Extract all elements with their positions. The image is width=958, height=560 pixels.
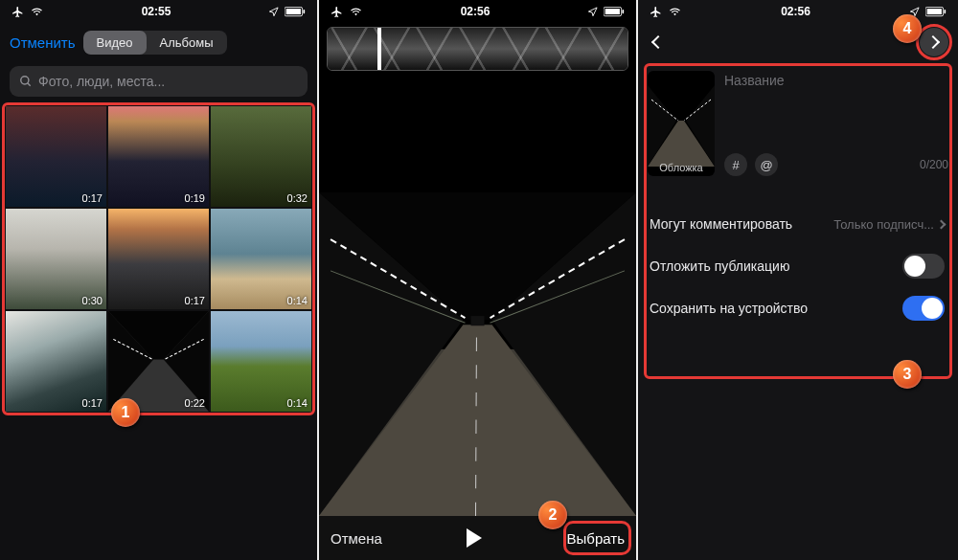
location-icon bbox=[909, 7, 920, 17]
battery-icon bbox=[925, 7, 947, 17]
svg-rect-19 bbox=[470, 316, 484, 325]
airplane-icon bbox=[650, 6, 662, 18]
row-save-to-device: Сохранить на устройство bbox=[646, 287, 950, 329]
video-thumb[interactable]: 0:32 bbox=[211, 106, 311, 207]
duration-label: 0:32 bbox=[287, 192, 308, 204]
screen-video-picker: 02:55 Отменить Видео Альбомы Фото, люди,… bbox=[0, 0, 319, 560]
tunnel-mini bbox=[648, 80, 715, 167]
svg-rect-26 bbox=[927, 9, 942, 14]
video-thumb[interactable]: 0:22 bbox=[108, 311, 209, 412]
row-label: Отложить публикацию bbox=[650, 258, 789, 274]
duration-label: 0:19 bbox=[185, 192, 205, 204]
chevron-right-icon bbox=[937, 219, 947, 229]
video-thumb[interactable]: 0:17 bbox=[6, 106, 106, 207]
tab-albums[interactable]: Альбомы bbox=[147, 31, 227, 55]
video-grid: 0:17 0:19 0:32 0:30 0:17 0:14 0:17 0:22 … bbox=[6, 106, 311, 412]
video-preview[interactable] bbox=[319, 75, 636, 516]
svg-rect-1 bbox=[286, 9, 301, 14]
screen-video-editor: 02:56 bbox=[319, 0, 638, 560]
select-button[interactable]: Выбрать bbox=[567, 530, 625, 547]
video-thumb[interactable]: 0:14 bbox=[211, 209, 311, 309]
status-bar: 02:56 bbox=[319, 0, 636, 23]
row-label: Могут комментировать bbox=[650, 216, 792, 232]
duration-label: 0:22 bbox=[185, 397, 205, 409]
tunnel-preview bbox=[319, 75, 636, 516]
status-time: 02:55 bbox=[142, 5, 171, 18]
hashtag-button[interactable]: # bbox=[724, 153, 747, 176]
next-button[interactable] bbox=[920, 28, 948, 56]
airplane-icon bbox=[11, 6, 24, 18]
video-timeline[interactable] bbox=[327, 27, 628, 71]
status-time: 02:56 bbox=[781, 5, 810, 18]
duration-label: 0:17 bbox=[82, 397, 103, 409]
cover-thumbnail[interactable]: Обложка bbox=[648, 71, 715, 176]
video-thumb[interactable]: 0:19 bbox=[108, 106, 209, 207]
duration-label: 0:14 bbox=[287, 397, 308, 409]
mention-button[interactable]: @ bbox=[755, 153, 778, 176]
battery-icon bbox=[604, 7, 625, 17]
svg-rect-11 bbox=[605, 9, 620, 14]
battery-icon bbox=[285, 7, 306, 17]
arrow-right-icon bbox=[925, 35, 939, 49]
tab-video[interactable]: Видео bbox=[83, 31, 147, 55]
row-label: Сохранить на устройство bbox=[650, 301, 808, 316]
cancel-button[interactable]: Отмена bbox=[331, 530, 382, 547]
wifi-icon bbox=[349, 7, 363, 17]
duration-label: 0:14 bbox=[287, 295, 308, 306]
airplane-icon bbox=[331, 6, 343, 18]
chevron-left-icon bbox=[651, 35, 665, 49]
svg-rect-2 bbox=[303, 9, 305, 12]
duration-label: 0:30 bbox=[82, 295, 103, 306]
svg-rect-27 bbox=[944, 9, 946, 12]
video-thumb[interactable]: 0:17 bbox=[108, 209, 209, 309]
svg-line-4 bbox=[28, 83, 31, 86]
video-thumb[interactable]: 0:30 bbox=[6, 209, 106, 309]
wifi-icon bbox=[668, 7, 682, 17]
location-icon bbox=[268, 7, 279, 17]
screen-post-settings: 02:56 4 bbox=[638, 0, 958, 560]
char-counter: 0/200 bbox=[920, 158, 948, 171]
row-value: Только подписч... bbox=[833, 217, 934, 232]
status-time: 02:56 bbox=[461, 5, 490, 18]
search-icon bbox=[19, 75, 33, 88]
editor-bottom-bar: Отмена Выбрать bbox=[319, 516, 636, 560]
duration-label: 0:17 bbox=[82, 192, 103, 204]
location-icon bbox=[587, 7, 598, 17]
svg-point-3 bbox=[21, 77, 29, 84]
cover-label: Обложка bbox=[648, 159, 715, 176]
duration-label: 0:17 bbox=[185, 295, 205, 306]
step-badge-3: 3 bbox=[893, 360, 922, 389]
toggle-schedule[interactable] bbox=[902, 254, 945, 279]
wifi-icon bbox=[30, 7, 44, 17]
media-type-segmented[interactable]: Видео Альбомы bbox=[83, 31, 227, 55]
status-bar: 02:55 bbox=[0, 0, 317, 23]
row-schedule-post: Отложить публикацию bbox=[646, 245, 950, 287]
playhead[interactable] bbox=[377, 27, 381, 71]
back-button[interactable] bbox=[648, 32, 669, 53]
status-bar: 02:56 bbox=[638, 0, 958, 23]
row-who-can-comment[interactable]: Могут комментировать Только подписч... bbox=[646, 203, 950, 245]
search-placeholder: Фото, люди, места... bbox=[38, 74, 165, 89]
video-thumb[interactable]: 0:17 bbox=[6, 311, 106, 412]
video-thumb[interactable]: 0:14 bbox=[211, 311, 311, 412]
title-input[interactable]: Название bbox=[724, 73, 948, 88]
svg-rect-12 bbox=[622, 9, 624, 12]
search-input[interactable]: Фото, люди, места... bbox=[10, 66, 308, 97]
cancel-button[interactable]: Отменить bbox=[10, 34, 76, 51]
toggle-save-device[interactable] bbox=[902, 296, 945, 321]
play-icon bbox=[467, 528, 482, 548]
play-button[interactable] bbox=[382, 528, 567, 548]
